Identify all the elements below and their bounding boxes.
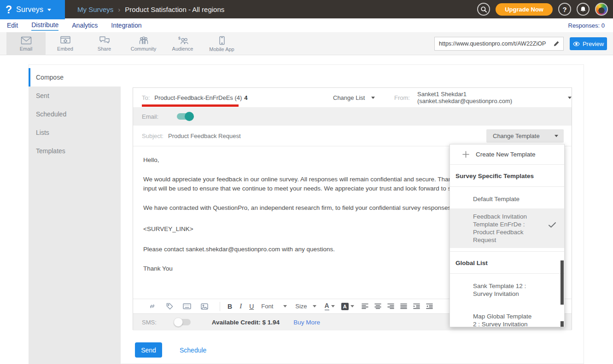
channel-mobile-app-label: Mobile App [209,46,234,52]
align-left-icon [362,303,368,309]
align-center-button[interactable] [374,302,383,311]
notifications-button[interactable] [577,3,590,16]
indent-button[interactable] [412,302,421,311]
outdent-button[interactable] [425,302,434,311]
breadcrumb: My Surveys › Product Satisfaction - All … [77,0,224,18]
upgrade-now-button[interactable]: Upgrade Now [496,3,553,16]
channel-audience[interactable]: $ Audience [163,32,202,55]
email-toggle-row: Email: [133,107,572,126]
link-icon [148,302,156,310]
align-left-button[interactable] [361,302,370,311]
align-right-button[interactable] [386,302,396,311]
channel-mobile-app[interactable]: Mobile App [202,32,241,55]
preview-button[interactable]: Preview [570,37,607,50]
email-toggle[interactable] [177,113,193,120]
template-item-map-global-2[interactable]: Map Global Template 2 : Survey Invitatio… [450,309,542,327]
preview-label: Preview [583,40,604,47]
selected-template-label: Feedback Invitation Template EnFrDe : Pr… [473,213,539,244]
merge-tag-button[interactable] [164,301,175,312]
channel-embed[interactable]: Embed [46,32,85,55]
breadcrumb-separator-icon: › [118,6,120,13]
underline-button[interactable]: U [249,303,254,310]
template-item-sank-12[interactable]: Sank Template 12 : Survey Invitation [450,278,552,301]
mobile-app-icon [219,36,225,45]
avatar[interactable] [595,3,608,16]
available-credit: Available Credit: $ 1.94 [212,319,280,326]
buy-more-link[interactable]: Buy More [293,319,320,326]
font-dropdown[interactable]: Font [261,303,287,310]
create-new-template-item[interactable]: Create New Template [450,144,564,165]
to-list-count: 4 [244,94,247,101]
tab-distribute[interactable]: Distribute [31,20,58,31]
send-button[interactable]: Send [135,342,162,358]
background-color-button[interactable]: A [341,303,354,310]
sidebar-item-lists[interactable]: Lists [29,123,121,142]
tab-edit[interactable]: Edit [7,20,18,30]
recipients-row: To: Product-Feedback-EnFrDeEs (4) 4 Chan… [133,88,572,107]
sidebar-sent-label: Sent [36,92,49,99]
tab-analytics[interactable]: Analytics [72,20,98,30]
toolbar-divider [220,302,220,311]
sidebar-item-sent[interactable]: Sent [29,87,121,105]
product-switcher[interactable]: ? Surveys [0,0,65,19]
channel-embed-label: Embed [57,46,73,52]
change-list-label: Change List [333,94,365,101]
indent-icon [413,303,420,309]
svg-text:$: $ [178,36,181,40]
change-template-label: Change Template [493,133,540,139]
tab-integration[interactable]: Integration [111,20,141,30]
bold-button[interactable]: B [228,303,232,310]
subject-value[interactable]: Product Feedback Request [168,133,241,139]
sidebar-scheduled-label: Scheduled [36,110,66,118]
menu-scrollbar-thumb[interactable] [560,260,564,305]
keyboard-icon [183,303,191,309]
size-dropdown-label: Size [295,303,307,310]
sidebar-item-compose[interactable]: Compose [29,68,121,87]
italic-button[interactable]: I [239,302,242,310]
chevron-down-icon [283,305,287,307]
change-list-button[interactable]: Change List [333,88,375,107]
responses-count: Responses: 0 [568,22,605,29]
tag-icon [166,302,174,310]
schedule-link[interactable]: Schedule [180,347,206,354]
pencil-icon [553,40,560,47]
insert-image-button[interactable] [199,301,210,312]
text-color-button[interactable]: A [325,302,335,311]
survey-specific-templates-header: Survey Specific Templates [450,165,564,187]
channel-community[interactable]: Community [124,32,163,55]
toggle-knob [185,112,194,121]
sidebar-item-templates[interactable]: Templates [29,142,121,160]
sidebar-item-scheduled[interactable]: Scheduled [29,105,121,123]
template-item-default[interactable]: Default Template [450,191,564,207]
keyboard-button[interactable] [182,301,192,312]
from-selector[interactable]: Sanket1 Shekdar1 (sanket.shekdar@questio… [417,88,572,107]
help-icon: ? [562,6,566,13]
background-color-icon: A [341,303,349,310]
audience-icon: $ [177,36,189,45]
sms-toggle[interactable] [175,319,191,325]
channel-share[interactable]: Share [85,32,124,55]
to-list-name[interactable]: Product-Feedback-EnFrDeEs (4) [154,94,242,101]
to-list-underline [142,104,239,107]
header-actions: Upgrade Now ? [477,0,608,18]
align-justify-button[interactable] [399,302,409,311]
sms-label: SMS: [142,319,157,326]
search-button[interactable] [477,3,490,16]
template-item-feedback-invitation[interactable]: Feedback Invitation Template EnFrDe : Pr… [450,208,564,248]
help-button[interactable]: ? [558,3,571,16]
email-toggle-label: Email: [142,113,158,120]
channel-email-label: Email [20,46,33,52]
font-dropdown-label: Font [261,303,273,310]
sidebar-lists-label: Lists [36,129,49,136]
questionpro-logo-icon: ? [6,5,12,15]
survey-url-input[interactable] [435,40,549,47]
change-template-button[interactable]: Change Template [486,129,564,143]
channel-audience-label: Audience [172,46,193,52]
insert-link-button[interactable] [147,301,157,312]
size-dropdown[interactable]: Size [295,303,316,310]
breadcrumb-my-surveys-link[interactable]: My Surveys [77,6,113,13]
channel-email[interactable]: Email [6,32,46,55]
outdent-icon [426,303,433,309]
menu-scrollbar-thumb-bottom[interactable] [560,321,564,327]
edit-url-button[interactable] [549,37,563,50]
